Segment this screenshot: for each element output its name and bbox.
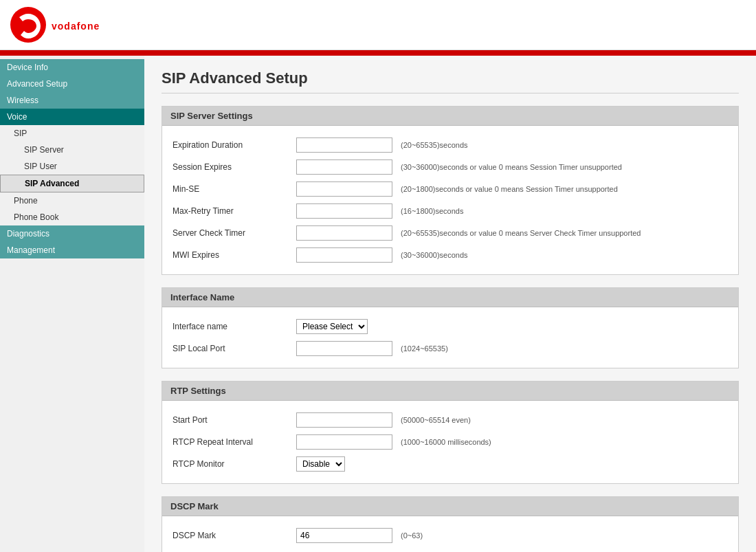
sidebar: Device Info Advanced Setup Wireless Voic… <box>0 56 144 552</box>
rtp-settings-body: Start Port (50000~65514 even) RTCP Repea… <box>162 401 738 483</box>
rtcp-monitor-row: RTCP Monitor Disable Enable <box>173 453 728 475</box>
dscp-mark-body: DSCP Mark (0~63) <box>162 516 738 552</box>
rtcp-repeat-hint: (1000~16000 milliseconds) <box>401 438 491 446</box>
server-check-timer-row: Server Check Timer (20~65535)seconds or … <box>173 222 728 244</box>
sidebar-item-wireless[interactable]: Wireless <box>0 92 144 109</box>
sip-server-settings-header: SIP Server Settings <box>162 107 738 126</box>
server-check-timer-input-wrap <box>296 225 392 241</box>
server-check-timer-hint: (20~65535)seconds or value 0 means Serve… <box>401 229 641 237</box>
rtp-settings-header: RTP Settings <box>162 382 738 401</box>
red-bar <box>0 50 756 56</box>
session-expires-label: Session Expires <box>173 162 296 172</box>
interface-name-row: Interface name Please Select <box>173 316 728 338</box>
header: vodafone <box>0 0 756 50</box>
mwi-expires-input[interactable] <box>296 247 392 263</box>
server-check-timer-label: Server Check Timer <box>173 228 296 238</box>
interface-name-label: Interface name <box>173 322 296 331</box>
sidebar-item-sip-server[interactable]: SIP Server <box>0 142 144 158</box>
expiration-duration-input-wrap <box>296 137 392 153</box>
page-title: SIP Advanced Setup <box>162 69 739 93</box>
sip-local-port-input[interactable] <box>296 341 392 356</box>
sidebar-item-sip-user[interactable]: SIP User <box>0 158 144 175</box>
rtcp-repeat-input[interactable] <box>296 434 392 450</box>
sip-local-port-row: SIP Local Port (1024~65535) <box>173 338 728 360</box>
rtcp-monitor-select-wrap: Disable Enable <box>296 456 345 472</box>
start-port-hint: (50000~65514 even) <box>401 416 471 424</box>
layout: Device Info Advanced Setup Wireless Voic… <box>0 56 756 552</box>
logo-area: vodafone <box>10 7 100 43</box>
start-port-row: Start Port (50000~65514 even) <box>173 409 728 431</box>
session-expires-hint: (30~36000)seconds or value 0 means Sessi… <box>401 163 622 171</box>
server-check-timer-input[interactable] <box>296 225 392 241</box>
min-se-hint: (20~1800)seconds or value 0 means Sessio… <box>401 185 618 193</box>
svg-point-1 <box>24 22 32 30</box>
main-content: SIP Advanced Setup SIP Server Settings E… <box>144 56 756 552</box>
sidebar-item-voice[interactable]: Voice <box>0 109 144 125</box>
sip-server-settings-section: SIP Server Settings Expiration Duration … <box>162 106 739 275</box>
dscp-mark-row: DSCP Mark (0~63) <box>173 525 728 547</box>
session-expires-input[interactable] <box>296 159 392 175</box>
rtcp-repeat-label: RTCP Repeat Interval <box>173 437 296 447</box>
expiration-duration-input[interactable] <box>296 137 392 153</box>
vodafone-logo-icon <box>10 7 46 43</box>
rtcp-monitor-select[interactable]: Disable Enable <box>296 456 345 472</box>
start-port-label: Start Port <box>173 415 296 425</box>
min-se-label: Min-SE <box>173 184 296 194</box>
dscp-mark-header: DSCP Mark <box>162 497 738 516</box>
interface-name-body: Interface name Please Select SIP Local P… <box>162 307 738 368</box>
sidebar-item-phone-book[interactable]: Phone Book <box>0 209 144 225</box>
sidebar-item-advanced-setup[interactable]: Advanced Setup <box>0 76 144 92</box>
expiration-duration-row: Expiration Duration (20~65535)seconds <box>173 134 728 156</box>
max-retry-timer-input-wrap <box>296 203 392 219</box>
expiration-duration-label: Expiration Duration <box>173 140 296 150</box>
min-se-input[interactable] <box>296 181 392 197</box>
expiration-duration-hint: (20~65535)seconds <box>401 141 468 149</box>
max-retry-timer-label: Max-Retry Timer <box>173 206 296 216</box>
rtp-settings-section: RTP Settings Start Port (50000~65514 eve… <box>162 381 739 484</box>
rtcp-repeat-input-wrap <box>296 434 392 450</box>
rtcp-monitor-label: RTCP Monitor <box>173 459 296 469</box>
mwi-expires-label: MWI Expires <box>173 250 296 260</box>
max-retry-timer-input[interactable] <box>296 203 392 219</box>
dscp-mark-hint: (0~63) <box>401 531 423 540</box>
interface-name-section: Interface Name Interface name Please Sel… <box>162 287 739 368</box>
mwi-expires-input-wrap <box>296 247 392 263</box>
sidebar-item-sip[interactable]: SIP <box>0 125 144 142</box>
sidebar-item-sip-advanced[interactable]: SIP Advanced <box>0 175 144 192</box>
start-port-input-wrap <box>296 412 392 428</box>
dscp-mark-section: DSCP Mark DSCP Mark (0~63) <box>162 496 739 552</box>
sidebar-item-phone[interactable]: Phone <box>0 192 144 209</box>
sip-local-port-input-wrap <box>296 341 392 356</box>
start-port-input[interactable] <box>296 412 392 428</box>
dscp-mark-label: DSCP Mark <box>173 531 296 540</box>
max-retry-timer-hint: (16~1800)seconds <box>401 207 463 215</box>
mwi-expires-hint: (30~36000)seconds <box>401 251 468 259</box>
sip-local-port-hint: (1024~65535) <box>401 344 448 353</box>
sidebar-item-diagnostics[interactable]: Diagnostics <box>0 225 144 242</box>
sidebar-item-management[interactable]: Management <box>0 242 144 258</box>
interface-name-select-wrap: Please Select <box>296 319 368 334</box>
max-retry-timer-row: Max-Retry Timer (16~1800)seconds <box>173 200 728 222</box>
interface-name-select[interactable]: Please Select <box>296 319 368 334</box>
brand-text: vodafone <box>52 21 100 32</box>
sidebar-item-device-info[interactable]: Device Info <box>0 59 144 76</box>
min-se-row: Min-SE (20~1800)seconds or value 0 means… <box>173 178 728 200</box>
sip-server-settings-body: Expiration Duration (20~65535)seconds Se… <box>162 126 738 274</box>
session-expires-input-wrap <box>296 159 392 175</box>
min-se-input-wrap <box>296 181 392 197</box>
interface-name-header: Interface Name <box>162 288 738 307</box>
rtcp-repeat-row: RTCP Repeat Interval (1000~16000 millise… <box>173 431 728 453</box>
session-expires-row: Session Expires (30~36000)seconds or val… <box>173 156 728 178</box>
dscp-mark-input-wrap <box>296 528 392 543</box>
mwi-expires-row: MWI Expires (30~36000)seconds <box>173 244 728 266</box>
sip-local-port-label: SIP Local Port <box>173 344 296 353</box>
dscp-mark-input[interactable] <box>296 528 392 543</box>
